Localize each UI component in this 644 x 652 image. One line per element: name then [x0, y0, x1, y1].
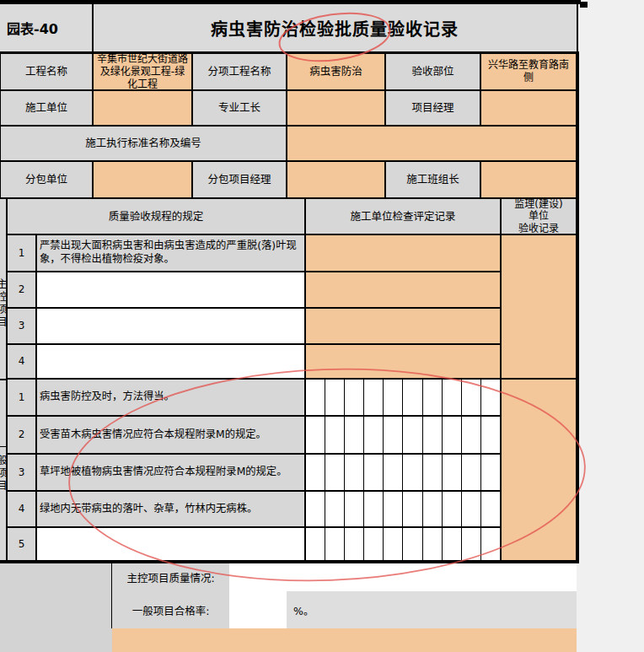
check-cell[interactable]	[443, 380, 462, 415]
check-cell[interactable]	[462, 417, 481, 453]
check-cell[interactable]	[306, 455, 325, 490]
check-cell[interactable]	[384, 417, 403, 453]
check-cell[interactable]	[364, 492, 384, 526]
check-cell[interactable]	[423, 528, 443, 560]
main-item-text[interactable]	[36, 344, 305, 379]
check-cell[interactable]	[423, 492, 443, 526]
check-cell[interactable]	[364, 455, 384, 490]
check-cell[interactable]	[462, 380, 481, 415]
cell-acceptance-part-label: 验收部位	[385, 53, 480, 90]
check-cell[interactable]	[306, 492, 325, 526]
check-cell[interactable]	[423, 380, 443, 415]
cell-builder-label: 施工单位	[0, 90, 93, 126]
cell-subcontractor-value[interactable]	[93, 161, 192, 198]
cell-sub-manager-label: 分包项目经理	[192, 161, 287, 198]
page-title: 病虫害防治检验批质量验收记录	[93, 4, 577, 51]
side-label-strip: 主控项目 一般项目	[0, 198, 7, 561]
cell-builder-value[interactable]	[93, 90, 192, 126]
check-cell[interactable]	[403, 455, 422, 490]
summary-main-quality-value[interactable]	[229, 563, 577, 591]
main-item-record-cell[interactable]	[305, 344, 501, 379]
check-cell[interactable]	[481, 528, 500, 560]
check-cell[interactable]	[403, 380, 422, 415]
check-cell[interactable]	[481, 492, 500, 526]
check-cell[interactable]	[462, 455, 481, 490]
check-cell[interactable]	[423, 417, 443, 453]
cell-standard-label: 施工执行标准名称及编号	[0, 126, 287, 161]
check-cell[interactable]	[306, 380, 325, 415]
check-cell[interactable]	[384, 492, 403, 526]
check-cell[interactable]	[325, 492, 345, 526]
main-item-no: 4	[7, 344, 36, 379]
summary-pass-rate-label: 一般项目合格率:	[112, 591, 229, 628]
general-item-no: 3	[7, 454, 36, 491]
check-cell[interactable]	[443, 417, 462, 453]
check-cell[interactable]	[345, 492, 364, 526]
check-cell[interactable]	[443, 455, 462, 490]
check-cell[interactable]	[481, 380, 500, 415]
check-cell[interactable]	[443, 492, 462, 526]
general-item-no: 4	[7, 491, 36, 527]
cell-sub-manager-value[interactable]	[287, 161, 385, 198]
spreadsheet-form: 园表-40 病虫害防治检验批质量验收记录 工程名称 辛集市世纪大街道路及绿化景观…	[0, 0, 644, 652]
check-grid-row	[305, 527, 501, 561]
table-right-border	[577, 51, 579, 563]
check-grid-row	[305, 454, 501, 491]
main-item-text[interactable]	[36, 272, 305, 308]
supervisor-record-main[interactable]	[501, 234, 577, 379]
main-item-text[interactable]	[36, 308, 305, 344]
main-item-no: 1	[7, 234, 36, 272]
summary-pass-rate-value[interactable]	[229, 591, 287, 628]
check-cell[interactable]	[325, 380, 345, 415]
check-cell[interactable]	[423, 455, 443, 490]
check-cell[interactable]	[481, 455, 500, 490]
check-cell[interactable]	[462, 492, 481, 526]
cell-manager-value[interactable]	[480, 90, 577, 126]
check-cell[interactable]	[403, 492, 422, 526]
check-cell[interactable]	[384, 528, 403, 560]
cell-acceptance-part-value[interactable]: 兴华路至教育路南侧	[480, 53, 577, 90]
check-cell[interactable]	[306, 528, 325, 560]
check-cell[interactable]	[384, 455, 403, 490]
cell-project-name-value[interactable]: 辛集市世纪大街道路及绿化景观工程-绿化工程	[93, 53, 192, 90]
cell-project-name-label: 工程名称	[0, 53, 93, 90]
general-item-text[interactable]	[36, 527, 305, 561]
check-cell[interactable]	[325, 455, 345, 490]
cell-subcontractor-label: 分包单位	[0, 161, 93, 198]
side-strip-divider	[0, 379, 7, 380]
general-item-text: 病虫害防控及时，方法得当。	[36, 379, 305, 416]
check-cell[interactable]	[345, 380, 364, 415]
header-regulation: 质量验收规程的规定	[7, 198, 305, 234]
main-item-record-cell[interactable]	[305, 234, 501, 272]
main-item-record-cell[interactable]	[305, 308, 501, 344]
cell-division-name-value[interactable]: 病虫害防治	[287, 53, 385, 90]
check-cell[interactable]	[345, 455, 364, 490]
check-cell[interactable]	[403, 417, 422, 453]
supervisor-record-general[interactable]	[501, 379, 577, 561]
cell-standard-value[interactable]	[287, 126, 577, 161]
check-cell[interactable]	[345, 417, 364, 453]
check-cell[interactable]	[325, 528, 345, 560]
check-cell[interactable]	[443, 528, 462, 560]
check-cell[interactable]	[325, 417, 345, 453]
check-grid-row	[305, 491, 501, 527]
cell-foreman-label: 专业工长	[192, 90, 287, 126]
form-code: 园表-40	[0, 4, 93, 51]
cell-foreman-value[interactable]	[287, 90, 385, 126]
check-cell[interactable]	[364, 380, 384, 415]
check-cell[interactable]	[462, 528, 481, 560]
check-cell[interactable]	[364, 528, 384, 560]
check-cell[interactable]	[481, 417, 500, 453]
check-cell[interactable]	[364, 417, 384, 453]
bottom-orange-band	[112, 628, 577, 652]
main-item-record-cell[interactable]	[305, 272, 501, 308]
check-cell[interactable]	[403, 528, 422, 560]
page-break-marker	[580, 2, 588, 8]
side-label-main-items: 主控项目	[0, 278, 7, 329]
main-item-text: 严禁出现大面积病虫害和由病虫害造成的严重脱(落)叶现象，不得检出植物检疫对象。	[36, 234, 305, 272]
check-cell[interactable]	[345, 528, 364, 560]
check-cell[interactable]	[306, 417, 325, 453]
check-cell[interactable]	[384, 380, 403, 415]
check-grid-row	[305, 379, 501, 416]
cell-crew-leader-value[interactable]	[480, 161, 577, 198]
